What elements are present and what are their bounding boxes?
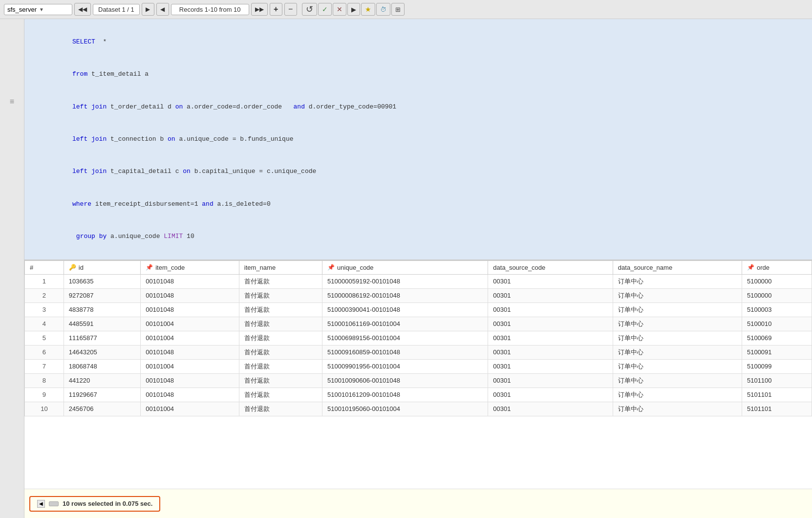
table-cell: 2456706: [64, 402, 140, 416]
col-header-num: #: [25, 260, 64, 274]
table-row[interactable]: 71806874800101004首付退款510009901956-001010…: [25, 359, 812, 373]
cancel-button[interactable]: ✕: [333, 3, 346, 16]
table-cell: 00101048: [141, 302, 239, 317]
table-cell: 10: [25, 402, 64, 416]
red-pin-icon: 📌: [327, 264, 335, 271]
table-cell: 4485591: [64, 317, 140, 331]
left-gutter: ≡: [0, 19, 24, 518]
table-cell: 00301: [488, 317, 613, 331]
table-cell: 00101004: [141, 402, 239, 416]
run-button[interactable]: ▶: [347, 3, 360, 16]
table-row[interactable]: 61464320500101048首付返款510009160859-001010…: [25, 345, 812, 359]
table-cell: 510010195060-00101004: [322, 402, 488, 416]
table-cell: 3: [25, 302, 64, 317]
history-button[interactable]: ⏱: [376, 3, 390, 16]
add-button[interactable]: +: [270, 3, 282, 16]
table-cell: 首付退款: [239, 359, 322, 373]
table-cell: 4: [25, 317, 64, 331]
table-cell: 00101004: [141, 331, 239, 345]
next-button[interactable]: ▶: [142, 3, 154, 16]
table-cell: 510009160859-00101048: [322, 345, 488, 359]
table-cell: 5100000: [742, 288, 812, 302]
table-row[interactable]: 1103663500101048首付返款510000059192-0010104…: [25, 274, 812, 288]
table-cell: 00301: [488, 388, 613, 402]
table-cell: 510009901956-00101004: [322, 359, 488, 373]
table-cell: 11929667: [64, 388, 140, 402]
table-cell: 00301: [488, 302, 613, 317]
table-row[interactable]: 844122000101048首付返款510010090606-00101048…: [25, 373, 812, 388]
col-header-data-source-name: data_source_name: [613, 260, 742, 274]
table-cell: 5100091: [742, 345, 812, 359]
table-cell: 1: [25, 274, 64, 288]
table-cell: 订单中心: [613, 274, 742, 288]
table-row[interactable]: 3483877800101048首付返款510000390041-0010104…: [25, 302, 812, 317]
bookmark-button[interactable]: ★: [361, 3, 375, 16]
table-cell: 订单中心: [613, 288, 742, 302]
sql-editor[interactable]: SELECT * from t_item_detail a left join …: [24, 19, 812, 260]
col-header-item-name: item_name: [239, 260, 322, 274]
col-header-item-code: 📌 item_code: [141, 260, 239, 274]
table-cell: 00301: [488, 345, 613, 359]
table-cell: 首付返款: [239, 373, 322, 388]
table-cell: 00101048: [141, 345, 239, 359]
table-cell: 首付退款: [239, 317, 322, 331]
green-pin2-icon: 📌: [747, 264, 754, 271]
prev-prev-button[interactable]: ◀◀: [74, 3, 91, 16]
refresh-button[interactable]: ↺: [302, 3, 317, 16]
table-cell: 首付返款: [239, 345, 322, 359]
records-label: Records 1-10 from 10: [171, 4, 249, 15]
table-cell: 00101048: [141, 288, 239, 302]
scroll-handle[interactable]: [49, 501, 59, 506]
table-cell: 首付返款: [239, 274, 322, 288]
table-cell: 00301: [488, 288, 613, 302]
results-table: # 🔑 id 📌 item_c: [24, 260, 812, 416]
table-cell: 订单中心: [613, 359, 742, 373]
table-cell: 首付返款: [239, 302, 322, 317]
green-pin-icon: 📌: [146, 264, 153, 271]
table-cell: 订单中心: [613, 317, 742, 331]
table-cell: 7: [25, 359, 64, 373]
table-row[interactable]: 51116587700101004首付退款510006989156-001010…: [25, 331, 812, 345]
gutter-handle[interactable]: ≡: [10, 97, 14, 106]
server-dropdown[interactable]: sfs_server ▼: [4, 4, 72, 15]
table-row[interactable]: 2927208700101048首付返款510000086192-0010104…: [25, 288, 812, 302]
remove-button[interactable]: −: [284, 3, 297, 16]
table-cell: 510000059192-00101048: [322, 274, 488, 288]
table-cell: 6: [25, 345, 64, 359]
table-cell: 8: [25, 373, 64, 388]
table-cell: 510001061169-00101004: [322, 317, 488, 331]
scroll-left-button[interactable]: ◀: [37, 500, 45, 508]
table-cell: 510010161209-00101048: [322, 388, 488, 402]
prev2-button[interactable]: ◀: [156, 3, 169, 16]
table-cell: 1036635: [64, 274, 140, 288]
table-area[interactable]: # 🔑 id 📌 item_c: [24, 260, 812, 489]
export-button[interactable]: ⊞: [391, 3, 405, 16]
table-cell: 00301: [488, 359, 613, 373]
content-area: ≡ SELECT * from t_item_detail a left joi…: [0, 19, 812, 518]
table-cell: 00301: [488, 274, 613, 288]
main-panel: SELECT * from t_item_detail a left join …: [24, 19, 812, 518]
table-cell: 9: [25, 388, 64, 402]
next2-button[interactable]: ▶▶: [251, 3, 268, 16]
table-body: 1103663500101048首付返款510000059192-0010104…: [25, 274, 812, 416]
table-row[interactable]: 91192966700101048首付返款510010161209-001010…: [25, 388, 812, 402]
table-cell: 510006989156-00101004: [322, 331, 488, 345]
table-cell: 5101101: [742, 388, 812, 402]
table-cell: 5: [25, 331, 64, 345]
table-row[interactable]: 10245670600101004首付退款510010195060-001010…: [25, 402, 812, 416]
table-cell: 00301: [488, 402, 613, 416]
table-cell: 00101004: [141, 359, 239, 373]
table-cell: 5101101: [742, 402, 812, 416]
table-cell: 订单中心: [613, 388, 742, 402]
table-cell: 18068748: [64, 359, 140, 373]
table-cell: 14643205: [64, 345, 140, 359]
table-cell: 订单中心: [613, 302, 742, 317]
toolbar: sfs_server ▼ ◀◀ Dataset 1 / 1 ▶ ◀ Record…: [0, 0, 812, 19]
table-cell: 5100069: [742, 331, 812, 345]
table-row[interactable]: 4448559100101004首付退款510001061169-0010100…: [25, 317, 812, 331]
sql-line-7: group by a.unique_code LIMIT 10: [34, 220, 804, 253]
sql-line-6: where item_receipt_disbursement=1 and a.…: [34, 188, 804, 220]
confirm-button[interactable]: ✓: [318, 3, 332, 16]
sql-line-1: SELECT *: [34, 26, 804, 58]
table-cell: 首付返款: [239, 288, 322, 302]
